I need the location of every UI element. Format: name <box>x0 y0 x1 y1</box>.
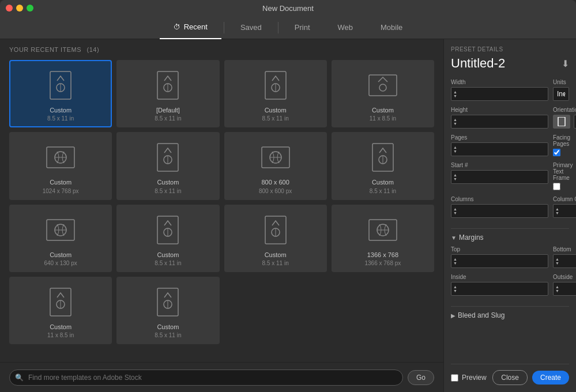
margin-bottom-input[interactable]: 0.5 in <box>561 255 576 267</box>
list-item[interactable]: Custom 8.5 x 11 in <box>332 132 434 199</box>
width-up-arrow[interactable]: ▲ <box>453 90 457 94</box>
maximize-traffic-light[interactable] <box>27 5 33 12</box>
units-select[interactable]: Inches Centimeters Millimeters Pixels Po… <box>553 87 569 101</box>
section-header: YOUR RECENT ITEMS (14) <box>0 39 443 58</box>
column-gutter-input[interactable]: 0.1667 in <box>561 205 576 217</box>
doc-size: 11 x 8.5 in <box>370 115 396 122</box>
divider-margins <box>451 228 569 229</box>
width-input[interactable]: 8.5 in <box>459 88 548 100</box>
list-item[interactable]: 800 x 600 800 x 600 px <box>224 132 327 199</box>
tab-recent[interactable]: ⏱ Recent <box>160 16 221 39</box>
list-item[interactable]: Custom 8.5 x 11 in <box>116 132 219 199</box>
outside-up-arrow[interactable]: ▲ <box>555 285 559 289</box>
margin-inside-label: Inside <box>451 274 548 280</box>
columns-down-arrow[interactable]: ▼ <box>453 211 457 215</box>
window-title: New Document <box>262 4 314 13</box>
bleed-collapsible[interactable]: ▶ Bleed and Slug <box>451 311 569 319</box>
columns-input[interactable]: 1 <box>459 205 548 217</box>
tab-mobile[interactable]: Mobile <box>367 16 416 39</box>
top-up-arrow[interactable]: ▲ <box>453 257 457 261</box>
margin-top-group: Top ▲ ▼ 0.5 in <box>451 246 548 268</box>
list-item[interactable]: Custom 11 x 8.5 in <box>332 60 434 127</box>
clock-icon: ⏱ <box>174 23 180 31</box>
doc-icon <box>43 285 78 319</box>
height-orientation-row: Height ▲ ▼ 11 in Orientation <box>451 107 569 129</box>
inside-up-arrow[interactable]: ▲ <box>453 285 457 289</box>
height-down-arrow[interactable]: ▼ <box>453 122 457 126</box>
top-down-arrow[interactable]: ▼ <box>453 261 457 265</box>
gutter-up-arrow[interactable]: ▲ <box>555 207 559 211</box>
bottom-arrows: ▲ ▼ <box>554 257 561 266</box>
list-item[interactable]: 1366 x 768 1366 x 768 px <box>332 205 434 272</box>
margins-collapsible[interactable]: ▼ Margins <box>451 233 569 242</box>
list-item[interactable]: Custom 640 x 130 px <box>9 205 112 272</box>
list-item[interactable]: Custom 8.5 x 11 in <box>116 205 219 272</box>
start-num-input[interactable]: 1 <box>459 171 548 183</box>
width-units-row: Width ▲ ▼ 8.5 in Units Inches Centimeter… <box>451 79 569 101</box>
start-down-arrow[interactable]: ▼ <box>453 177 457 181</box>
height-up-arrow[interactable]: ▲ <box>453 118 457 122</box>
columns-up-arrow[interactable]: ▲ <box>453 207 457 211</box>
columns-label: Columns <box>451 196 548 202</box>
inside-down-arrow[interactable]: ▼ <box>453 289 457 293</box>
pages-input[interactable]: 1 <box>459 143 548 156</box>
inside-arrows: ▲ ▼ <box>451 284 459 293</box>
list-item[interactable]: [Default] 8.5 x 11 in <box>116 60 219 127</box>
margin-top-input[interactable]: 0.5 in <box>459 255 548 267</box>
create-button[interactable]: Create <box>532 371 569 385</box>
doc-name: Custom <box>157 323 179 331</box>
preset-label: PRESET DETAILS <box>451 46 569 52</box>
doc-size: 1024 x 768 px <box>43 188 79 194</box>
search-container: 🔍 <box>9 370 403 386</box>
doc-icon <box>43 68 78 103</box>
pages-down-arrow[interactable]: ▼ <box>453 149 457 153</box>
preview-checkbox[interactable] <box>451 374 458 382</box>
inside-outside-margins-row: Inside ▲ ▼ 0.5 in Outside ▲ ▼ <box>451 274 569 296</box>
width-down-arrow[interactable]: ▼ <box>453 94 457 98</box>
tabs-bar: ⏱ Recent Saved Print Web Mobile <box>0 16 576 39</box>
orientation-label: Orientation <box>553 107 576 113</box>
save-preset-button[interactable]: ⬇ <box>562 58 569 69</box>
ptf-checkbox-row <box>553 183 573 190</box>
doc-name: Custom <box>50 251 71 259</box>
bottom-up-arrow[interactable]: ▲ <box>555 257 559 261</box>
doc-name: Custom <box>50 106 71 114</box>
start-num-group: Start # ▲ ▼ 1 <box>451 162 548 184</box>
list-item[interactable]: Custom 11 x 8.5 in <box>9 277 112 344</box>
list-item[interactable]: Custom 8.5 x 11 in <box>224 60 327 127</box>
height-group: Height ▲ ▼ 11 in <box>451 107 548 129</box>
minimize-traffic-light[interactable] <box>16 5 23 12</box>
list-item[interactable]: Custom 8.5 x 11 in <box>9 60 112 127</box>
ptf-checkbox[interactable] <box>553 183 560 190</box>
traffic-lights <box>6 5 33 12</box>
list-item[interactable]: Custom 8.5 x 11 in <box>116 277 219 344</box>
margin-inside-input[interactable]: 0.5 in <box>459 282 548 295</box>
search-input[interactable] <box>9 370 403 386</box>
facing-pages-checkbox[interactable] <box>553 149 560 156</box>
gutter-down-arrow[interactable]: ▼ <box>555 211 559 215</box>
doc-size: 11 x 8.5 in <box>47 332 74 338</box>
doc-name: 1366 x 768 <box>367 251 398 259</box>
landscape-orientation-button[interactable] <box>574 115 576 129</box>
close-button[interactable]: Close <box>492 370 528 385</box>
margin-inside-spinner: ▲ ▼ 0.5 in <box>451 282 548 296</box>
margin-bottom-spinner: ▲ ▼ 0.5 in <box>553 254 576 268</box>
tab-print[interactable]: Print <box>281 16 324 39</box>
bottom-bar: 🔍 Go <box>0 362 443 392</box>
close-traffic-light[interactable] <box>6 5 13 12</box>
go-button[interactable]: Go <box>408 370 434 385</box>
divider-bleed <box>451 306 569 307</box>
bottom-down-arrow[interactable]: ▼ <box>555 261 559 265</box>
doc-icon <box>258 140 293 175</box>
tab-saved[interactable]: Saved <box>227 16 276 39</box>
outside-down-arrow[interactable]: ▼ <box>555 289 559 293</box>
list-item[interactable]: Custom 1024 x 768 px <box>9 132 112 199</box>
margin-outside-input[interactable]: 0.5 in <box>561 282 576 295</box>
doc-size: 8.5 x 11 in <box>155 260 181 266</box>
pages-up-arrow[interactable]: ▲ <box>453 145 457 149</box>
tab-web[interactable]: Web <box>324 16 367 39</box>
start-up-arrow[interactable]: ▲ <box>453 173 457 177</box>
height-input[interactable]: 11 in <box>459 115 548 128</box>
portrait-orientation-button[interactable] <box>553 115 570 129</box>
list-item[interactable]: Custom 8.5 x 11 in <box>224 205 327 272</box>
